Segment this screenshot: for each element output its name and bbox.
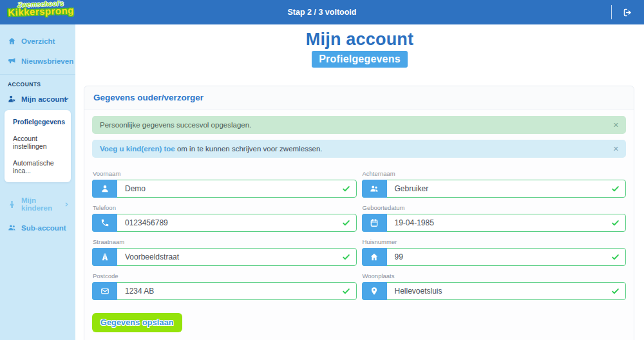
input-value: Gebruiker <box>387 184 626 193</box>
valid-check-icon <box>611 219 620 227</box>
form-field-woonplaats: WoonplaatsHellevoetsluis <box>362 266 627 300</box>
postcode-input[interactable]: 1234 AB <box>92 282 357 300</box>
field-label: Telefoon <box>93 204 357 211</box>
phone-icon <box>92 214 117 232</box>
straatnaam-input[interactable]: Voorbeeldstraat <box>92 248 357 266</box>
sidebar-item-label: Mijn account <box>21 95 66 103</box>
card-title: Gegevens ouder/verzorger <box>84 86 634 109</box>
sidebar-divider <box>0 74 75 75</box>
form-field-telefoon: Telefoon0123456789 <box>92 198 357 232</box>
input-value: Demo <box>117 184 356 193</box>
main-content: Mijn account Profielgegevens Gegevens ou… <box>75 24 644 340</box>
alert-text: Persoonlijke gegevens succesvol opgeslag… <box>100 121 251 129</box>
home-icon <box>362 248 387 266</box>
logo-main-text: Kikkersprong <box>8 5 74 17</box>
sidebar-item-nieuwsbrieven[interactable]: Nieuwsbrieven <box>0 51 75 71</box>
input-value: 19-04-1985 <box>387 218 626 227</box>
user-gear-icon <box>8 95 16 103</box>
form-field-straatnaam: StraatnaamVoorbeeldstraat <box>92 232 357 266</box>
valid-check-icon <box>342 253 350 261</box>
step-indicator: Stap 2 / 3 voltooid <box>0 0 644 24</box>
sidebar-item-label: Nieuwsbrieven <box>21 57 73 65</box>
logout-icon[interactable] <box>623 8 632 17</box>
alert-text: om in te kunnen schrijven voor zwemlesse… <box>175 145 323 153</box>
mail-icon <box>92 282 117 300</box>
achternaam-input[interactable]: Gebruiker <box>362 180 627 198</box>
home-icon <box>8 37 16 45</box>
child-icon <box>8 200 16 209</box>
user-icon <box>92 180 117 198</box>
road-icon <box>92 248 117 266</box>
form-field-postcode: Postcode1234 AB <box>92 266 357 300</box>
submenu-item-account-instellingen[interactable]: Account instellingen <box>5 130 71 155</box>
submenu-item-automatische-inca[interactable]: Automatische inca... <box>5 155 71 179</box>
alert-close-button[interactable]: ✕ <box>613 146 619 153</box>
card-body: Persoonlijke gegevens succesvol opgeslag… <box>84 109 634 340</box>
field-label: Geboortedatum <box>363 204 627 211</box>
alert-close-button[interactable]: ✕ <box>613 122 619 129</box>
field-label: Straatnaam <box>93 238 357 245</box>
sidebar-item-sub-account[interactable]: Sub-account <box>0 218 75 238</box>
save-button[interactable]: Gegevens opslaan <box>92 313 182 332</box>
input-value: 0123456789 <box>117 218 356 227</box>
chevron-right-icon <box>64 202 70 207</box>
topbar: Zwemschool's Kikkersprong Stap 2 / 3 vol… <box>0 0 644 24</box>
field-label: Woonplaats <box>363 272 627 279</box>
users-icon <box>362 180 387 198</box>
form-field-geboortedatum: Geboortedatum19-04-1985 <box>362 198 627 232</box>
profile-card: Gegevens ouder/verzorger Persoonlijke ge… <box>84 86 634 340</box>
field-label: Achternaam <box>363 170 627 177</box>
input-value: Hellevoetsluis <box>387 287 626 296</box>
field-label: Huisnummer <box>363 238 627 245</box>
success-alert: Persoonlijke gegevens succesvol opgeslag… <box>92 116 626 134</box>
submenu-item-profielgegevens[interactable]: Profielgegevens <box>5 113 71 130</box>
woonplaats-input[interactable]: Hellevoetsluis <box>362 282 627 300</box>
page-badge: Profielgegevens <box>312 51 408 68</box>
chevron-down-icon <box>64 96 70 102</box>
info-alert: Voeg u kind(eren) toe om in te kunnen sc… <box>92 140 626 158</box>
input-value: 1234 AB <box>117 287 356 296</box>
valid-check-icon <box>611 253 620 261</box>
valid-check-icon <box>342 219 350 227</box>
sidebar-item-mijn-kinderen[interactable]: Mijn kinderen <box>0 191 75 218</box>
map-marker-icon <box>362 282 387 300</box>
form-field-huisnummer: Huisnummer99 <box>362 232 627 266</box>
page-badge-wrap: Profielgegevens <box>75 51 644 68</box>
geboortedatum-input[interactable]: 19-04-1985 <box>362 214 627 232</box>
voornaam-input[interactable]: Demo <box>92 180 357 198</box>
valid-check-icon <box>342 287 350 296</box>
input-value: 99 <box>387 252 626 261</box>
field-label: Voornaam <box>93 170 357 177</box>
calendar-icon <box>362 214 387 232</box>
telefoon-input[interactable]: 0123456789 <box>92 214 357 232</box>
valid-check-icon <box>611 287 620 296</box>
valid-check-icon <box>611 185 620 193</box>
app-logo[interactable]: Zwemschool's Kikkersprong <box>8 0 74 17</box>
add-children-link[interactable]: Voeg u kind(eren) toe <box>100 145 175 153</box>
input-value: Voorbeeldstraat <box>117 252 356 261</box>
users-icon <box>8 223 16 232</box>
account-submenu: ProfielgegevensAccount instellingenAutom… <box>5 110 71 182</box>
sidebar-item-label: Sub-account <box>21 224 66 232</box>
sidebar-item-label: Mijn kinderen <box>21 196 68 212</box>
sidebar-section-heading: ACCOUNTS <box>0 75 75 89</box>
sidebar: OverzichtNieuwsbrievenACCOUNTSMijn accou… <box>0 24 75 340</box>
sidebar-item-label: Overzicht <box>21 37 55 45</box>
huisnummer-input[interactable]: 99 <box>362 248 627 266</box>
field-label: Postcode <box>93 272 357 279</box>
sidebar-item-mijn-account[interactable]: Mijn account <box>0 89 75 109</box>
page-title: Mijn account <box>75 30 644 49</box>
topbar-actions <box>611 0 644 24</box>
megaphone-icon <box>8 57 16 65</box>
form-field-voornaam: VoornaamDemo <box>92 164 357 198</box>
sidebar-item-overzicht[interactable]: Overzicht <box>0 31 75 51</box>
valid-check-icon <box>342 185 350 193</box>
topbar-divider <box>611 5 612 19</box>
form-field-achternaam: AchternaamGebruiker <box>362 164 627 198</box>
